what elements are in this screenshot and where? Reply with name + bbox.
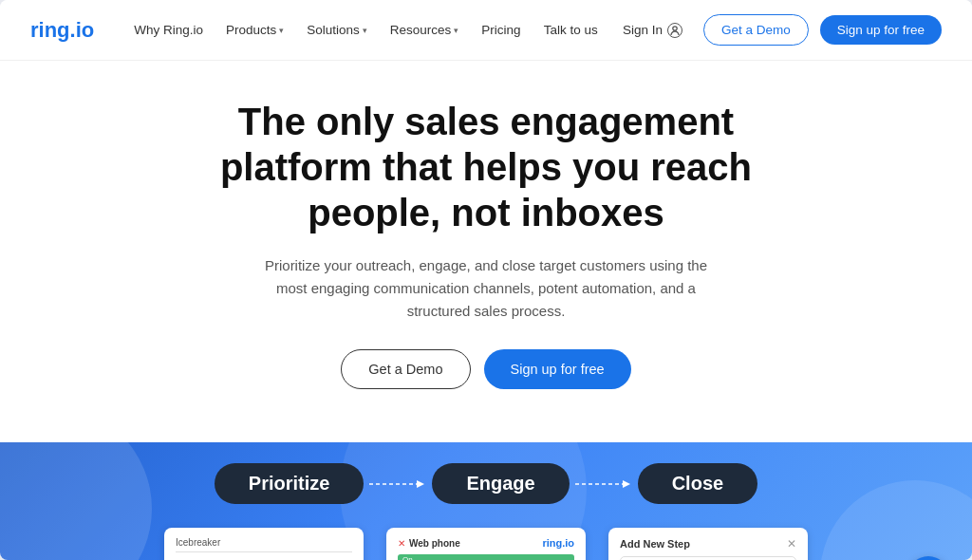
- step-card-header: Add New Step ✕: [620, 537, 796, 551]
- steps-row: Prioritize Engage Close: [0, 463, 972, 504]
- on-badge: On: [398, 554, 574, 560]
- webphone-header: ✕ Web phone ring.io: [398, 537, 574, 549]
- hero-demo-button[interactable]: Get a Demo: [341, 349, 470, 389]
- icebreaker-label: Icebreaker: [176, 537, 352, 548]
- hero-title: The only sales engagement platform that …: [201, 99, 771, 235]
- hero-buttons: Get a Demo Sign up for free: [341, 349, 630, 389]
- step-arrow-2: [575, 476, 632, 492]
- step-search-box[interactable]: 🔍 Search sequence step: [620, 556, 796, 560]
- user-icon: [667, 23, 682, 38]
- cards-row: Icebreaker ↓ Intro ✕ Web phone ring.io O…: [0, 528, 972, 560]
- nav-item-pricing[interactable]: Pricing: [472, 17, 530, 43]
- hero-subtitle: Prioritize your outreach, engage, and cl…: [258, 254, 714, 323]
- sign-in-link[interactable]: Sign In: [613, 17, 692, 44]
- hero-signup-button[interactable]: Sign up for free: [484, 349, 631, 389]
- webphone-logo: ring.io: [542, 537, 574, 549]
- svg-point-0: [673, 26, 677, 29]
- svg-marker-4: [623, 480, 630, 488]
- chevron-down-icon: ▾: [279, 26, 284, 35]
- webphone-close: ✕ Web phone: [398, 538, 460, 549]
- svg-marker-2: [417, 480, 424, 488]
- nav-item-why[interactable]: Why Ring.io: [124, 17, 213, 43]
- step-pill-close: Close: [638, 463, 757, 504]
- hero-section: The only sales engagement platform that …: [0, 61, 972, 442]
- logo-text: ring.io: [30, 18, 94, 43]
- logo[interactable]: ring.io: [30, 18, 94, 43]
- step-card-close-icon[interactable]: ✕: [787, 537, 796, 551]
- nav-links: Why Ring.io Products ▾ Solutions ▾ Resou…: [124, 17, 613, 43]
- sign-up-button[interactable]: Sign up for free: [820, 15, 942, 45]
- chevron-down-icon: ▾: [454, 26, 458, 35]
- webphone-card: ✕ Web phone ring.io On Caller ID 202-951…: [386, 528, 586, 560]
- nav-item-resources[interactable]: Resources ▾: [381, 17, 469, 43]
- page-wrapper: ring.io Why Ring.io Products ▾ Solutions…: [0, 0, 972, 560]
- bottom-visual: Prioritize Engage Close: [0, 442, 972, 560]
- step-pill-engage: Engage: [432, 463, 569, 504]
- nav-item-products[interactable]: Products ▾: [216, 17, 293, 43]
- add-step-card: Add New Step ✕ 🔍 Search sequence step: [608, 528, 808, 560]
- nav-item-solutions[interactable]: Solutions ▾: [297, 17, 377, 43]
- step-pill-prioritize: Prioritize: [215, 463, 364, 504]
- navbar: ring.io Why Ring.io Products ▾ Solutions…: [0, 0, 972, 61]
- nav-right: Sign In Get a Demo Sign up for free: [613, 14, 942, 46]
- icebreaker-line: [176, 551, 352, 552]
- step-card-title: Add New Step: [620, 538, 690, 550]
- get-demo-button[interactable]: Get a Demo: [703, 14, 809, 46]
- nav-item-talk[interactable]: Talk to us: [534, 17, 608, 43]
- step-arrow-1: [369, 476, 426, 492]
- icebreaker-card: Icebreaker ↓ Intro: [164, 528, 364, 560]
- chevron-down-icon: ▾: [363, 26, 367, 35]
